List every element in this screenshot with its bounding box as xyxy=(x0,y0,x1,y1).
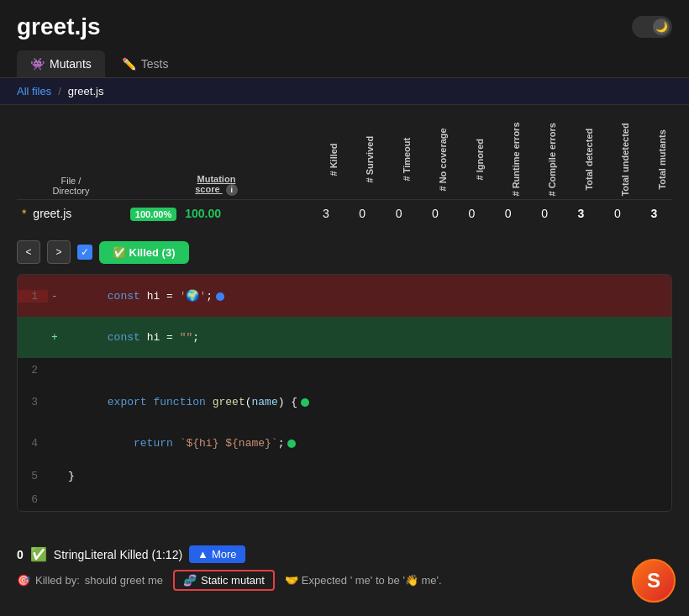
mutation-dot-3[interactable] xyxy=(301,398,309,407)
code-viewer: 1 - const hi = '🌍'; + const hi = ""; 2 3… xyxy=(17,274,672,512)
info-icon: i xyxy=(226,184,238,196)
breadcrumb-all-files[interactable]: All files xyxy=(17,85,51,97)
tab-mutants-label: Mutants xyxy=(50,57,92,71)
code-line-5: 5 } xyxy=(18,464,671,487)
th-ignored: # Ignored xyxy=(454,118,490,200)
td-timeout: 0 xyxy=(381,200,417,228)
mutation-dot-1[interactable] xyxy=(216,292,224,301)
more-label: More xyxy=(212,548,237,561)
line-content-2 xyxy=(61,368,671,371)
dna-icon: 🧬 xyxy=(183,574,197,587)
killed-by-section: 🎯 Killed by: should greet me xyxy=(17,574,163,587)
td-killed: 3 xyxy=(308,200,344,228)
mutation-number: 0 xyxy=(17,548,24,561)
filter-checkbox[interactable]: ✓ xyxy=(77,245,92,260)
dark-mode-toggle[interactable]: 🌙 xyxy=(632,16,672,38)
code-line-4: 4 return `${hi} ${name}`; xyxy=(18,423,671,464)
code-line-1-added: + const hi = ""; xyxy=(18,317,671,358)
td-runtime-errors: 0 xyxy=(490,200,526,228)
line-number-2: 2 xyxy=(18,364,48,376)
tests-icon: ✏️ xyxy=(122,57,136,71)
code-line-6: 6 xyxy=(18,487,671,511)
th-runtime-errors: # Runtime errors xyxy=(490,118,526,200)
avatar-button[interactable]: S xyxy=(632,559,676,603)
killed-by-label: Killed by: xyxy=(35,574,80,587)
more-arrow-icon: ▲ xyxy=(197,548,208,561)
tab-mutants[interactable]: 👾 Mutants xyxy=(17,50,105,77)
moon-icon: 🌙 xyxy=(655,21,668,33)
th-survived: # Survived xyxy=(344,118,380,200)
th-killed: # Killed xyxy=(308,118,344,200)
breadcrumb-separator: / xyxy=(58,85,61,97)
line-number-3: 3 xyxy=(18,396,48,408)
table-section: File /Directory Mutationscore i # Killed… xyxy=(0,105,689,240)
prev-button[interactable]: < xyxy=(17,240,40,264)
mutation-dot-4[interactable] xyxy=(287,440,296,448)
detail-row: 🎯 Killed by: should greet me 🧬 Static mu… xyxy=(17,570,672,591)
mutation-label: StringLiteral Killed (1:12) xyxy=(54,548,182,561)
file-icon: * xyxy=(22,207,26,220)
line-prefix-minus: - xyxy=(48,290,61,303)
line-content-1a: const hi = ""; xyxy=(61,317,671,358)
mutants-icon: 👾 xyxy=(30,57,45,71)
th-total-mutants: Total mutants xyxy=(636,118,672,200)
data-table: File /Directory Mutationscore i # Killed… xyxy=(17,118,672,227)
toggle-knob: 🌙 xyxy=(653,18,670,35)
code-line-3: 3 export function greet(name) { xyxy=(18,382,671,423)
th-file-dir: File /Directory xyxy=(17,118,125,200)
page-title: greet.js xyxy=(17,13,101,40)
line-number-4: 4 xyxy=(18,437,48,450)
header-top: greet.js 🌙 xyxy=(17,13,672,40)
expected-text: Expected ' me' to be '👋 me'. xyxy=(302,574,442,587)
killed-filter-button[interactable]: ✅ Killed (3) xyxy=(99,241,189,264)
check-icon: ✓ xyxy=(81,246,89,258)
td-compile-errors: 0 xyxy=(526,200,562,228)
tab-tests-label: Tests xyxy=(141,57,169,71)
th-compile-errors: # Compile errors xyxy=(526,118,562,200)
bottom-section: 0 ✅ StringLiteral Killed (1:12) ▲ More 🎯… xyxy=(0,512,689,591)
td-total-mutants: 3 xyxy=(636,200,672,228)
expected-text-section: 🤝 Expected ' me' to be '👋 me'. xyxy=(285,574,442,587)
code-line-1-removed: 1 - const hi = '🌍'; xyxy=(18,275,671,317)
td-total-detected: 3 xyxy=(563,200,599,228)
th-no-coverage: # No coverage xyxy=(417,118,453,200)
target-icon: 🎯 xyxy=(17,574,30,587)
nav-filter-row: < > ✓ ✅ Killed (3) xyxy=(0,240,689,274)
breadcrumb-current: greet.js xyxy=(68,85,104,97)
line-content-5: } xyxy=(61,468,671,484)
line-content-4: return `${hi} ${name}`; xyxy=(61,423,671,464)
breadcrumb: All files / greet.js xyxy=(0,78,689,105)
killed-by-value: should greet me xyxy=(85,574,163,587)
killed-filter-label: ✅ Killed (3) xyxy=(113,246,176,259)
tab-tests[interactable]: ✏️ Tests xyxy=(108,50,182,77)
static-mutant-label: Static mutant xyxy=(201,574,265,587)
td-score: 100.00% 100.00 xyxy=(125,200,308,228)
line-number-5: 5 xyxy=(18,470,48,482)
th-timeout: # Timeout xyxy=(381,118,417,200)
line-content-6 xyxy=(61,498,671,501)
td-filename: * greet.js xyxy=(17,200,125,228)
tab-bar: 👾 Mutants ✏️ Tests xyxy=(17,50,672,77)
killed-status-icon: ✅ xyxy=(30,546,47,562)
header: greet.js 🌙 👾 Mutants ✏️ Tests xyxy=(0,0,689,78)
static-mutant-badge[interactable]: 🧬 Static mutant xyxy=(173,570,275,591)
line-content-1: const hi = '🌍'; xyxy=(61,275,671,317)
td-ignored: 0 xyxy=(454,200,490,228)
td-no-coverage: 0 xyxy=(417,200,453,228)
score-value: 100.00 xyxy=(185,207,221,220)
line-number-1: 1 xyxy=(18,290,48,303)
line-number-6: 6 xyxy=(18,493,48,506)
table-row: * greet.js 100.00% 100.00 3 0 0 0 0 0 0 … xyxy=(17,200,672,228)
th-total-undetected: Total undetected xyxy=(599,118,635,200)
score-badge: 100.00% xyxy=(130,208,176,221)
avatar-letter: S xyxy=(647,569,660,592)
next-button[interactable]: > xyxy=(47,240,71,264)
handshake-icon: 🤝 xyxy=(285,574,298,587)
more-button[interactable]: ▲ More xyxy=(189,545,245,563)
th-mutation-score[interactable]: Mutationscore i xyxy=(125,118,308,200)
mutation-summary: 0 ✅ StringLiteral Killed (1:12) ▲ More xyxy=(17,545,672,563)
code-line-2: 2 xyxy=(18,358,671,382)
td-survived: 0 xyxy=(344,200,380,228)
line-content-3: export function greet(name) { xyxy=(61,382,671,423)
line-prefix-plus: + xyxy=(48,331,61,344)
